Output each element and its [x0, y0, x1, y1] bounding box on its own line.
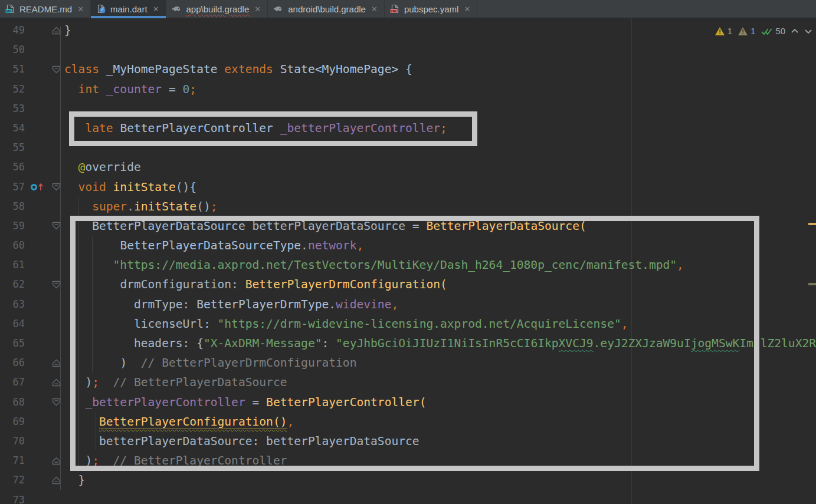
fold-marker-slot [50, 157, 63, 177]
gutter-icon-slot [25, 470, 50, 490]
fold-end-marker[interactable] [52, 359, 61, 367]
tab-readme.md[interactable]: MDREADME.md✕ [0, 0, 91, 18]
code-text: } [63, 470, 85, 490]
gutter-icon-slot [25, 80, 50, 99]
next-highlighted-error-button[interactable] [804, 27, 812, 35]
gutter-icon-slot [25, 275, 50, 294]
code-text: @override [63, 157, 141, 177]
fold-end-marker[interactable] [52, 27, 61, 35]
line-number: 55 [0, 138, 25, 157]
tab-label: android\build.gradle [288, 4, 366, 14]
gutter-icon-slot [25, 216, 50, 236]
warning-triangle-icon: ! [715, 27, 725, 36]
fold-end-marker[interactable] [52, 457, 61, 465]
gutter-icon-slot [25, 255, 50, 275]
tab-label: pubspec.yaml [404, 4, 459, 14]
line-number: 49 [0, 21, 25, 40]
code-line-49: 49} [0, 21, 816, 40]
code-text [63, 99, 64, 118]
gutter-icon-slot [25, 138, 50, 157]
fold-marker-slot [50, 60, 63, 79]
gutter-icon-slot [25, 451, 50, 470]
close-tab-icon[interactable]: ✕ [77, 5, 84, 13]
tab-label: README.md [19, 4, 72, 14]
line-number: 52 [0, 80, 25, 99]
tab-main.dart[interactable]: main.dart✕ [91, 0, 166, 18]
tab-android-build.gradle[interactable]: android\build.gradle✕ [268, 0, 385, 18]
fold-marker-slot [50, 334, 63, 353]
gutter-icon-slot [25, 40, 50, 60]
weak-warning-count[interactable]: ! 1 [738, 26, 755, 36]
gutter-icon-slot [25, 412, 50, 431]
gutter-icon-slot [25, 490, 50, 504]
chevron-up-icon [791, 27, 799, 35]
tab-pubspec.yaml[interactable]: YMLpubspec.yaml✕ [385, 0, 477, 18]
fold-start-marker[interactable] [52, 222, 61, 230]
fold-marker-slot [50, 216, 63, 236]
close-tab-icon[interactable]: ✕ [254, 5, 261, 13]
fold-marker-slot [50, 353, 63, 373]
warning-count[interactable]: ! 1 [715, 26, 732, 36]
fold-start-marker[interactable] [52, 183, 61, 191]
gutter-icon-slot [25, 353, 50, 373]
fold-end-marker[interactable] [52, 476, 61, 485]
code-text: super.initState(); [63, 197, 218, 216]
gutter-icon-slot [25, 393, 50, 412]
fold-marker-slot [50, 470, 63, 490]
fold-marker-slot [50, 118, 63, 138]
gutter-icon-slot [25, 21, 50, 40]
tab-label: app\build.gradle [186, 4, 250, 14]
line-number: 60 [0, 236, 25, 255]
line-number: 61 [0, 255, 25, 275]
fold-marker-slot [50, 21, 63, 40]
gutter-icon-slot [25, 177, 50, 197]
close-tab-icon[interactable]: ✕ [153, 5, 159, 13]
gutter-icon-slot [25, 60, 50, 79]
weak-warning-triangle-icon: ! [738, 27, 748, 36]
line-number: 64 [0, 314, 25, 334]
fold-marker-slot [50, 138, 63, 157]
inspections-widget[interactable]: ! 1 ! 1 50 [715, 26, 812, 36]
warning-count-label: 1 [727, 26, 732, 36]
typo-count[interactable]: 50 [761, 26, 785, 36]
code-editor[interactable]: 49}5051class _MyHomePageState extends St… [0, 18, 816, 504]
code-text [63, 40, 64, 60]
weak-warning-count-label: 1 [751, 26, 755, 36]
gradle-file-icon [273, 4, 284, 14]
annotation-box-line-54 [69, 111, 477, 146]
fold-start-marker[interactable] [52, 65, 61, 74]
gutter-icon-slot [25, 314, 50, 334]
code-line-56: 56 @override [0, 157, 816, 177]
close-tab-icon[interactable]: ✕ [371, 5, 378, 13]
fold-start-marker[interactable] [52, 281, 61, 289]
fold-marker-slot [50, 80, 63, 99]
line-number: 63 [0, 295, 25, 314]
previous-highlighted-error-button[interactable] [791, 27, 799, 35]
code-line-57: 57 void initState(){ [0, 177, 816, 197]
overrides-method-gutter-icon[interactable] [31, 184, 37, 190]
gutter-icon-slot [25, 431, 50, 451]
svg-text:!: ! [719, 28, 721, 35]
gutter-icon-slot [25, 157, 50, 177]
editor-tab-bar: MDREADME.md✕main.dart✕app\build.gradle✕a… [0, 0, 816, 18]
fold-marker-slot [50, 393, 63, 412]
fold-start-marker[interactable] [52, 398, 61, 406]
line-number: 50 [0, 40, 25, 60]
code-text: void initState(){ [63, 177, 196, 197]
fold-marker-slot [50, 99, 63, 118]
fold-end-marker[interactable] [52, 378, 61, 387]
chevron-down-icon [804, 27, 812, 35]
error-stripe-weak-warning-mark[interactable] [808, 283, 816, 285]
gutter-icon-slot [25, 236, 50, 255]
fold-marker-slot [50, 236, 63, 255]
fold-marker-slot [50, 295, 63, 314]
gradle-file-icon [172, 4, 182, 14]
tab-app-build.gradle[interactable]: app\build.gradle✕ [166, 0, 268, 18]
fold-marker-slot [50, 40, 63, 60]
line-number: 69 [0, 412, 25, 431]
gutter-icon-slot [25, 197, 50, 216]
fold-marker-slot [50, 451, 63, 470]
code-text: class _MyHomePageState extends State<MyH… [63, 60, 412, 79]
error-stripe-warning-mark[interactable] [808, 223, 816, 225]
close-tab-icon[interactable]: ✕ [464, 5, 470, 13]
